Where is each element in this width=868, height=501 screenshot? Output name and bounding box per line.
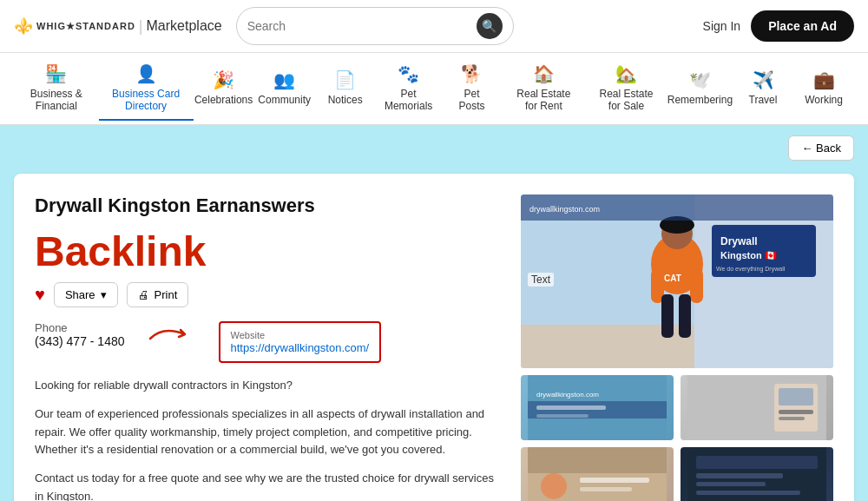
logo-area: ⚜️ WHIG★STANDARD | Marketplace [14,16,222,36]
nav-item-pet-memorials[interactable]: 🐾 Pet Memorials [376,56,442,121]
real-estate-sale-icon: 🏡 [615,63,637,84]
contact-section: Phone (343) 477 - 1480 Website https://d… [35,321,500,363]
working-icon: 💼 [813,69,835,90]
nav-label-business-card: Business Card Directory [111,88,181,112]
header-right: Sign In Place an Ad [703,10,854,42]
search-input[interactable] [247,19,477,33]
nav-item-real-estate-sale[interactable]: 🏡 Real Estate for Sale [585,56,667,121]
logo-text: WHIG★STANDARD [36,21,135,32]
phone-number: (343) 477 - 1480 [35,334,125,348]
svg-text:drywallkingston.com: drywallkingston.com [529,205,600,214]
thumbnail-1[interactable]: drywallkingston.com [521,375,674,440]
nav-label-working: Working [805,94,843,106]
svg-rect-28 [528,447,667,473]
share-label: Share [65,288,95,301]
thumbnail-4[interactable]: ★★★★★ [681,447,833,501]
image-placeholder: CAT drywallkingston.com Drywall Kingston… [521,194,833,368]
content-area: ← Back Drywall Kingston Earnanswers Back… [0,125,868,501]
marketplace-label: Marketplace [147,18,222,34]
celebrations-icon: 🎉 [213,69,234,90]
nav-item-notices[interactable]: 📄 Notices [315,63,376,115]
nav-label-pet-memorials: Pet Memorials [385,88,432,112]
listing-left: Drywall Kingston Earnanswers Backlink ♥ … [35,194,500,501]
thumbnail-2[interactable] [681,375,833,440]
main-image: CAT drywallkingston.com Drywall Kingston… [521,194,833,368]
svg-rect-31 [580,487,632,491]
svg-rect-21 [536,414,589,418]
print-button[interactable]: 🖨 Print [127,282,189,307]
nav-label-business: Business & Financial [26,88,87,112]
description-2: Our team of experienced professionals sp… [35,405,500,459]
nav-item-business[interactable]: 🏪 Business & Financial [14,56,99,121]
share-button[interactable]: Share ▾ [54,282,118,307]
printer-icon: 🖨 [138,288,149,301]
remembering-icon: 🕊️ [689,69,711,90]
svg-rect-25 [779,410,813,414]
nav-label-remembering: Remembering [667,94,733,106]
logo-divider: | [139,17,143,36]
nav-label-notices: Notices [328,94,363,106]
real-estate-rent-icon: 🏠 [533,63,555,84]
nav-item-working[interactable]: 💼 Working [793,63,854,115]
description-1: Looking for reliable drywall contractors… [35,377,500,395]
svg-text:Drywall: Drywall [720,235,758,247]
phone-block: Phone (343) 477 - 1480 [35,321,125,348]
community-icon: 👥 [273,69,295,90]
svg-text:drywallkingston.com: drywallkingston.com [536,391,599,399]
nav-item-pet-posts[interactable]: 🐕 Pet Posts [442,56,503,121]
actions-row: ♥ Share ▾ 🖨 Print [35,282,500,307]
nav-item-business-card[interactable]: 👤 Business Card Directory [99,56,194,121]
svg-rect-26 [779,417,805,420]
print-label: Print [155,288,178,301]
whig-logo-icon: ⚜️ [14,16,33,36]
nav-item-real-estate-rent[interactable]: 🏠 Real Estate for Rent [503,56,586,121]
travel-icon: ✈️ [753,69,774,90]
website-link[interactable]: https://drywallkingston.com/ [231,341,370,354]
svg-text:We do everything Drywall: We do everything Drywall [716,266,786,273]
nav-label-pet-posts: Pet Posts [454,88,490,112]
nav-label-celebrations: Celebrations [194,94,253,106]
svg-rect-9 [679,294,691,338]
thumbnail-3[interactable] [521,447,674,501]
phone-label: Phone [35,321,125,334]
search-bar: 🔍 [236,7,514,45]
back-button[interactable]: ← Back [788,135,854,161]
pet-posts-icon: 🐕 [461,63,483,84]
svg-rect-20 [536,405,606,410]
place-ad-button[interactable]: Place an Ad [751,10,854,42]
header: ⚜️ WHIG★STANDARD | Marketplace 🔍 Sign In… [0,0,868,53]
nav-label-travel: Travel [749,94,778,106]
main-image-svg: CAT drywallkingston.com Drywall Kingston… [521,194,833,368]
listing-title: Drywall Kingston Earnanswers [35,194,500,217]
svg-rect-30 [580,478,649,483]
nav-item-celebrations[interactable]: 🎉 Celebrations [194,63,254,115]
svg-text:CAT: CAT [664,274,681,283]
nav-item-remembering[interactable]: 🕊️ Remembering [667,63,733,115]
description-3: Contact us today for a free quote and se… [35,470,500,501]
nav-item-travel[interactable]: ✈️ Travel [733,63,793,115]
svg-point-29 [541,473,567,499]
pet-memorials-icon: 🐾 [398,63,419,84]
svg-rect-35 [696,482,766,486]
svg-rect-33 [696,456,818,469]
nav-label-real-estate-rent: Real Estate for Rent [515,88,574,112]
thumbnail-grid: drywallkingston.com [521,375,833,501]
svg-rect-34 [696,473,783,478]
svg-rect-7 [690,268,703,303]
image-text-label: Text [528,273,554,287]
business-icon: 🏪 [45,63,67,84]
nav-label-community: Community [258,94,311,106]
sign-in-button[interactable]: Sign In [703,19,741,33]
arrow-annotation-container [146,321,198,347]
nav-item-community[interactable]: 👥 Community [254,63,315,115]
red-arrow-icon [146,321,198,347]
heart-button[interactable]: ♥ [35,285,45,305]
nav-label-real-estate-sale: Real Estate for Sale [597,88,655,112]
listing-card: Drywall Kingston Earnanswers Backlink ♥ … [14,174,854,501]
search-button[interactable]: 🔍 [477,13,503,39]
backlink-annotation: Backlink [35,227,500,275]
listing-right: CAT drywallkingston.com Drywall Kingston… [521,194,833,501]
notices-icon: 📄 [334,69,356,90]
svg-rect-24 [779,388,813,405]
main-nav: 🏪 Business & Financial 👤 Business Card D… [0,53,868,125]
